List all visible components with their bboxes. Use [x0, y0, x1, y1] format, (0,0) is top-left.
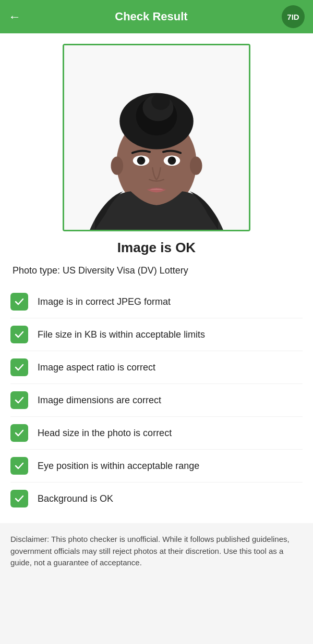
svg-point-13 — [168, 156, 176, 165]
app-logo: 7ID — [282, 5, 305, 28]
check-label-jpeg-format: Image is in correct JPEG format — [38, 296, 171, 307]
photo-container — [10, 44, 303, 231]
check-label-head-size: Head size in the photo is correct — [38, 428, 172, 439]
photo-type-label: Photo type: US Diversity Visa (DV) Lotte… — [10, 265, 303, 276]
check-item-head-size: Head size in the photo is correct — [10, 417, 303, 450]
check-icon-file-size — [10, 326, 28, 343]
check-icon-dimensions — [10, 391, 28, 409]
passport-photo — [64, 44, 249, 231]
svg-point-14 — [141, 157, 145, 160]
svg-point-9 — [190, 156, 202, 175]
svg-point-8 — [111, 156, 123, 175]
check-icon-jpeg-format — [10, 293, 28, 311]
page-title: Check Result — [21, 10, 282, 23]
check-label-background: Background is OK — [38, 493, 113, 504]
check-label-dimensions: Image dimensions are correct — [38, 395, 161, 406]
check-icon-eye-position — [10, 457, 28, 475]
check-label-file-size: File size in KB is within acceptable lim… — [38, 329, 205, 340]
check-item-jpeg-format: Image is in correct JPEG format — [10, 286, 303, 318]
check-item-dimensions: Image dimensions are correct — [10, 384, 303, 417]
svg-point-12 — [137, 156, 146, 165]
svg-point-7 — [151, 93, 170, 109]
disclaimer-section: Disclaimer: This photo checker is unoffi… — [0, 523, 313, 581]
check-item-eye-position: Eye position is within acceptable range — [10, 450, 303, 482]
app-header: ← Check Result 7ID — [0, 0, 313, 33]
main-content: Image is OK Photo type: US Diversity Vis… — [0, 33, 313, 581]
status-title: Image is OK — [10, 240, 303, 256]
check-icon-background — [10, 490, 28, 507]
check-label-aspect-ratio: Image aspect ratio is correct — [38, 362, 155, 373]
check-icon-head-size — [10, 424, 28, 442]
check-icon-aspect-ratio — [10, 358, 28, 376]
check-item-aspect-ratio: Image aspect ratio is correct — [10, 351, 303, 384]
back-button[interactable]: ← — [8, 9, 21, 24]
checks-list: Image is in correct JPEG format File siz… — [10, 286, 303, 515]
check-item-file-size: File size in KB is within acceptable lim… — [10, 318, 303, 351]
svg-point-15 — [172, 157, 175, 160]
check-label-eye-position: Eye position is within acceptable range — [38, 461, 199, 472]
photo-frame — [63, 44, 250, 231]
disclaimer-text: Disclaimer: This photo checker is unoffi… — [10, 534, 303, 569]
check-item-background: Background is OK — [10, 482, 303, 515]
